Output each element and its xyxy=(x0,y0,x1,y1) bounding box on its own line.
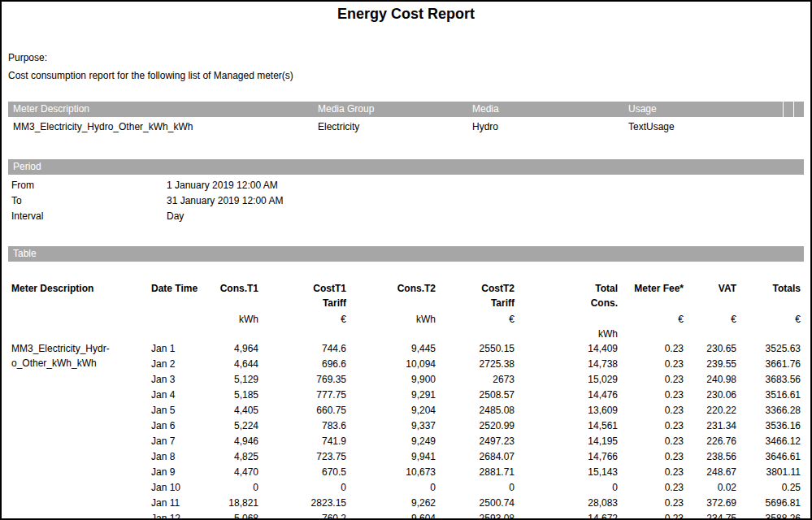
cell-cost-t1: 777.75 xyxy=(262,388,350,403)
cell-cost-t1: 0 xyxy=(262,480,350,496)
unit-cell: kWh xyxy=(210,310,262,341)
cell-cost-t2: 2520.99 xyxy=(439,418,518,434)
column-header: TotalCons. xyxy=(518,281,621,310)
cell-cost-t2: 2497.23 xyxy=(439,434,518,449)
cell-totals: 3646.61 xyxy=(740,449,804,465)
cell-meter-fee: 0.23 xyxy=(621,341,687,357)
cell-date: Jan 1 xyxy=(148,341,210,357)
usage-value: TextUsage xyxy=(623,119,783,135)
cell-cost-t1: 744.6 xyxy=(262,341,350,357)
report-page: Energy Cost Report Purpose: Cost consump… xyxy=(0,0,812,520)
cell-cost-t2: 2500.74 xyxy=(439,496,518,511)
cell-total-cons: 14,476 xyxy=(518,388,621,403)
cell-vat: 230.65 xyxy=(687,341,740,357)
cell-cons-t1: 0 xyxy=(210,480,262,496)
cell-meter-fee: 0.23 xyxy=(621,388,687,403)
cell-vat: 238.56 xyxy=(687,449,740,465)
cell-cost-t2: 2725.38 xyxy=(439,357,518,372)
cell-total-cons: 15,143 xyxy=(518,465,621,480)
cell-cons-t2: 9,337 xyxy=(350,418,439,434)
meter-header-media-group: Media Group xyxy=(313,102,467,117)
column-header: Cons.T1 xyxy=(210,281,262,310)
cell-meter-fee: 0.23 xyxy=(621,403,687,418)
cell-cost-t2: 0 xyxy=(439,480,518,496)
cell-totals: 3661.76 xyxy=(740,357,804,372)
unit-cell: kWh xyxy=(350,310,439,341)
cell-totals: 3588.26 xyxy=(740,511,804,520)
cell-vat: 231.34 xyxy=(687,418,740,434)
cell-cons-t2: 9,204 xyxy=(350,403,439,418)
cell-totals: 3683.56 xyxy=(740,372,804,388)
cell-total-cons: 28,083 xyxy=(518,496,621,511)
cell-cons-t1: 4,946 xyxy=(210,434,262,449)
unit-cell: € xyxy=(621,310,687,341)
cell-cost-t2: 2881.71 xyxy=(439,465,518,480)
unit-cell: € xyxy=(262,310,350,341)
cell-totals: 3516.61 xyxy=(740,388,804,403)
cell-cons-t1: 4,470 xyxy=(210,465,262,480)
unit-cell: € xyxy=(439,310,518,341)
cell-date: Jan 8 xyxy=(148,449,210,465)
cell-meter-fee: 0.23 xyxy=(621,418,687,434)
meter-header-media: Media xyxy=(467,102,623,117)
meter-table-row: MM3_Electricity_Hydro_Other_kWh_kWh Elec… xyxy=(8,119,804,135)
meter-table-header-bar: Meter Description Media Group Media Usag… xyxy=(8,102,804,117)
unit-cell: kWh xyxy=(518,310,621,341)
period-interval-value: Day xyxy=(167,209,283,224)
cell-meter-fee: 0.23 xyxy=(621,372,687,388)
cell-cons-t2: 9,249 xyxy=(350,434,439,449)
cell-date: Jan 9 xyxy=(148,465,210,480)
data-table: Meter DescriptionDate TimeCons.T1CostT1T… xyxy=(8,281,804,520)
meter-header-spacer xyxy=(793,102,804,117)
purpose-text: Cost consumption report for the followin… xyxy=(8,70,804,82)
column-header: Date Time xyxy=(148,281,210,310)
unit-cell xyxy=(148,310,210,341)
period-row-from: From 1 January 2019 12:00 AM xyxy=(8,178,283,193)
cell-total-cons: 14,738 xyxy=(518,357,621,372)
table-row: MM3_Electricity_Hydr-o_Other_kWh_kWhJan … xyxy=(8,341,804,357)
cell-total-cons: 14,766 xyxy=(518,449,621,465)
cell-cons-t1: 18,821 xyxy=(210,496,262,511)
cell-date: Jan 6 xyxy=(148,418,210,434)
cell-total-cons: 0 xyxy=(518,480,621,496)
cell-cost-t2: 2593.08 xyxy=(439,511,518,520)
cell-meter-description: MM3_Electricity_Hydr-o_Other_kWh_kWh xyxy=(8,341,148,520)
cell-cost-t1: 670.5 xyxy=(262,465,350,480)
cell-vat: 240.98 xyxy=(687,372,740,388)
period-to-label: To xyxy=(8,193,167,209)
cell-cost-t1: 2823.15 xyxy=(262,496,350,511)
cell-cons-t1: 4,964 xyxy=(210,341,262,357)
column-header: CostT2Tariff xyxy=(439,281,518,310)
cell-vat: 230.06 xyxy=(687,388,740,403)
cell-cons-t1: 4,825 xyxy=(210,449,262,465)
cell-totals: 3801.11 xyxy=(740,465,804,480)
period-row-interval: Interval Day xyxy=(8,209,283,224)
cell-total-cons: 14,672 xyxy=(518,511,621,520)
cell-vat: 372.69 xyxy=(687,496,740,511)
period-interval-label: Interval xyxy=(8,209,167,224)
cell-vat: 248.67 xyxy=(687,465,740,480)
cell-meter-fee: 0.23 xyxy=(621,465,687,480)
cell-cost-t1: 660.75 xyxy=(262,403,350,418)
meter-header-usage: Usage xyxy=(623,102,783,117)
cell-date: Jan 11 xyxy=(148,496,210,511)
cell-total-cons: 13,609 xyxy=(518,403,621,418)
cell-cons-t2: 9,900 xyxy=(350,372,439,388)
media-group-value: Electricity xyxy=(313,119,467,135)
cell-cost-t2: 2508.57 xyxy=(439,388,518,403)
cell-totals: 3366.28 xyxy=(740,403,804,418)
data-table-units-row: kWh€kWh€kWh€€€ xyxy=(8,310,804,341)
period-from-label: From xyxy=(8,178,167,193)
cell-total-cons: 14,561 xyxy=(518,418,621,434)
cell-cons-t2: 10,673 xyxy=(350,465,439,480)
cell-date: Jan 4 xyxy=(148,388,210,403)
cell-vat: 0.02 xyxy=(687,480,740,496)
cell-cost-t1: 760.2 xyxy=(262,511,350,520)
media-value: Hydro xyxy=(467,119,623,135)
cell-meter-fee: 0.23 xyxy=(621,480,687,496)
cell-total-cons: 14,409 xyxy=(518,341,621,357)
cell-totals: 3525.63 xyxy=(740,341,804,357)
cell-cost-t2: 2550.15 xyxy=(439,341,518,357)
cell-date: Jan 7 xyxy=(148,434,210,449)
cell-cost-t1: 769.35 xyxy=(262,372,350,388)
